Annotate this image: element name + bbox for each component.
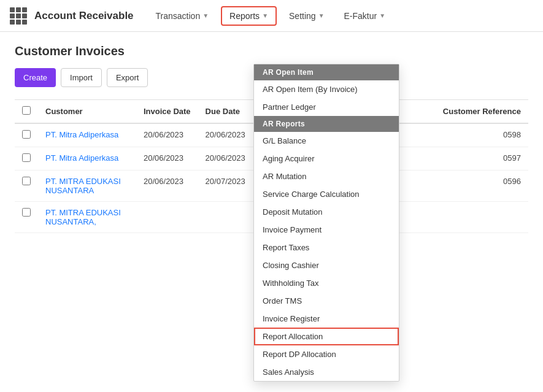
dropdown-item-closing-cashier[interactable]: Closing Cashier: [254, 256, 399, 274]
export-button[interactable]: Export: [107, 68, 148, 87]
page-title: Customer Invoices: [15, 44, 528, 58]
nav-efaktur[interactable]: E-Faktur ▼: [337, 7, 393, 25]
row-due-date: [198, 202, 260, 233]
dropdown-section-ar-open-item: AR Open Item: [254, 64, 399, 80]
dropdown-item-deposit-mutation[interactable]: Deposit Mutation: [254, 203, 399, 221]
chevron-down-icon: ▼: [318, 12, 325, 19]
row-due-date: 20/06/2023: [198, 123, 260, 147]
row-checkbox[interactable]: [22, 153, 31, 162]
row-checkbox[interactable]: [22, 177, 31, 185]
row-due-date: 20/06/2023: [198, 147, 260, 171]
dropdown-item-ar-mutation[interactable]: AR Mutation: [254, 167, 399, 185]
nav-transaction[interactable]: Transaction ▼: [148, 7, 217, 25]
nav-reports[interactable]: Reports ▼: [221, 6, 277, 26]
dropdown-item-gl-balance[interactable]: G/L Balance: [254, 132, 399, 150]
page-content: Customer Invoices Create Import Export C…: [0, 32, 543, 245]
dropdown-item-invoice-payment[interactable]: Invoice Payment: [254, 221, 399, 239]
row-checkbox[interactable]: [22, 130, 31, 139]
row-due-date: 20/07/2023: [198, 171, 260, 202]
row-invoice-date: 20/06/2023: [136, 147, 198, 171]
row-invoice-date: 20/06/2023: [136, 123, 198, 147]
dropdown-item-ar-open-item-invoice[interactable]: AR Open Item (By Invoice): [254, 80, 399, 98]
select-all-checkbox[interactable]: [22, 106, 31, 115]
dropdown-item-aging-acquirer[interactable]: Aging Acquirer: [254, 150, 399, 167]
import-button[interactable]: Import: [61, 68, 102, 87]
create-button[interactable]: Create: [15, 68, 56, 87]
row-checkbox[interactable]: [22, 208, 31, 217]
row-customer: PT. MITRA EDUKASI NUSANTARA,: [38, 202, 136, 233]
row-invoice-date: 20/06/2023: [136, 171, 198, 202]
dropdown-item-invoice-register[interactable]: Invoice Register: [254, 310, 399, 328]
row-customer: PT. Mitra Adiperkasa: [38, 123, 136, 147]
chevron-down-icon: ▼: [379, 12, 385, 19]
app-title: Account Receivable: [34, 10, 134, 22]
dropdown-item-report-taxes[interactable]: Report Taxes: [254, 239, 399, 256]
header-due-date: Due Date: [198, 100, 260, 124]
row-checkbox-cell: [15, 123, 38, 147]
dropdown-section-ar-reports: AR Reports: [254, 116, 399, 132]
top-navigation: Account Receivable Transaction ▼ Reports…: [0, 0, 543, 32]
chevron-down-icon: ▼: [202, 12, 209, 19]
row-customer: PT. Mitra Adiperkasa: [38, 147, 136, 171]
dropdown-item-partner-ledger[interactable]: Partner Ledger: [254, 98, 399, 116]
app-grid-icon[interactable]: [10, 7, 27, 25]
row-checkbox-cell: [15, 147, 38, 171]
dropdown-item-service-charge-calc[interactable]: Service Charge Calculation: [254, 185, 399, 203]
header-checkbox-cell: [15, 100, 38, 124]
header-customer: Customer: [38, 100, 136, 124]
row-customer: PT. MITRA EDUKASI NUSANTARA: [38, 171, 136, 202]
header-invoice-date: Invoice Date: [136, 100, 198, 124]
row-checkbox-cell: [15, 171, 38, 202]
chevron-down-icon: ▼: [262, 12, 268, 19]
dropdown-item-sales-analysis[interactable]: Sales Analysis: [254, 363, 399, 381]
dropdown-item-report-dp-allocation[interactable]: Report DP Allocation: [254, 345, 399, 363]
dropdown-item-order-tms[interactable]: Order TMS: [254, 292, 399, 310]
row-invoice-date: [136, 202, 198, 233]
row-checkbox-cell: [15, 202, 38, 233]
dropdown-item-report-allocation[interactable]: Report Allocation: [254, 328, 399, 345]
reports-dropdown: AR Open Item AR Open Item (By Invoice) P…: [253, 64, 399, 382]
nav-setting[interactable]: Setting ▼: [282, 7, 332, 25]
dropdown-item-withholding-tax[interactable]: Withholding Tax: [254, 274, 399, 292]
